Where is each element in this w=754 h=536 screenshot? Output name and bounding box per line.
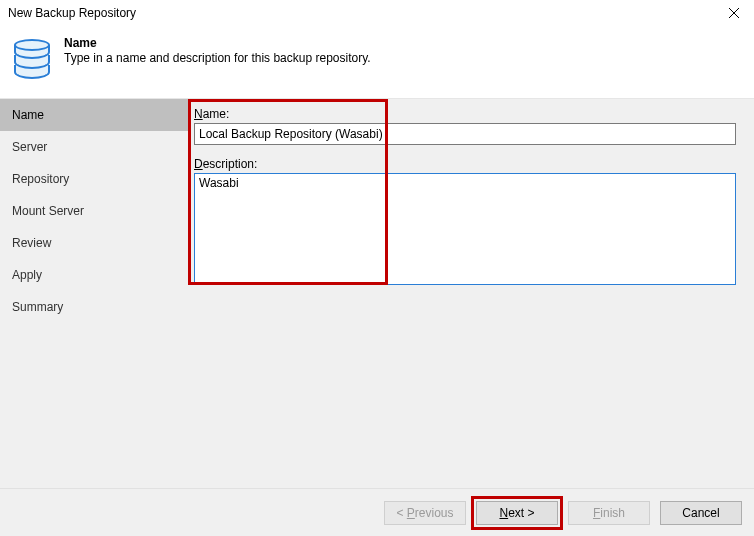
- wizard-header: Name Type in a name and description for …: [0, 26, 754, 98]
- sidebar-item-label: Apply: [12, 268, 42, 282]
- sidebar-item-label: Review: [12, 236, 51, 250]
- sidebar-item-repository[interactable]: Repository: [0, 163, 190, 195]
- sidebar-item-label: Name: [12, 108, 44, 122]
- wizard-sidebar: Name Server Repository Mount Server Revi…: [0, 99, 190, 488]
- close-icon: [729, 8, 739, 18]
- sidebar-item-label: Mount Server: [12, 204, 84, 218]
- sidebar-item-label: Summary: [12, 300, 63, 314]
- wizard-body: Name Server Repository Mount Server Revi…: [0, 98, 754, 488]
- titlebar: New Backup Repository: [0, 0, 754, 26]
- cancel-button[interactable]: Cancel: [660, 501, 742, 525]
- name-label: Name:: [194, 107, 736, 121]
- name-input[interactable]: [194, 123, 736, 145]
- sidebar-item-label: Server: [12, 140, 47, 154]
- description-input[interactable]: [194, 173, 736, 285]
- finish-button: Finish: [568, 501, 650, 525]
- header-title: Name: [64, 36, 371, 50]
- sidebar-item-label: Repository: [12, 172, 69, 186]
- close-button[interactable]: [714, 0, 754, 26]
- sidebar-item-summary[interactable]: Summary: [0, 291, 190, 323]
- sidebar-item-name[interactable]: Name: [0, 99, 190, 131]
- window-title: New Backup Repository: [8, 6, 136, 20]
- sidebar-item-mount-server[interactable]: Mount Server: [0, 195, 190, 227]
- wizard-footer: < Previous Next > Finish Cancel: [0, 488, 754, 536]
- previous-button: < Previous: [384, 501, 466, 525]
- sidebar-item-review[interactable]: Review: [0, 227, 190, 259]
- header-subtitle: Type in a name and description for this …: [64, 51, 371, 65]
- wizard-content: Name: Description:: [190, 99, 754, 488]
- repository-icon: [14, 36, 50, 84]
- sidebar-item-apply[interactable]: Apply: [0, 259, 190, 291]
- next-button[interactable]: Next >: [476, 501, 558, 525]
- description-label: Description:: [194, 157, 736, 171]
- sidebar-item-server[interactable]: Server: [0, 131, 190, 163]
